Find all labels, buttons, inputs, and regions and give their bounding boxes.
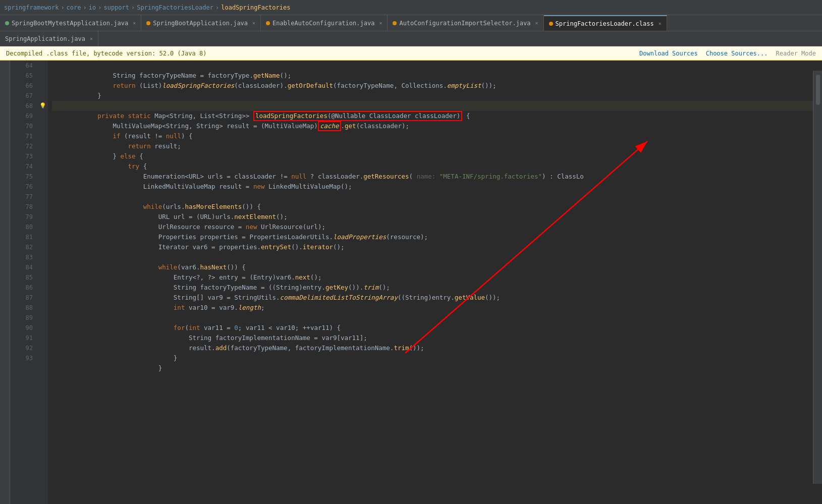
bulb-icon[interactable]: 💡 (38, 101, 48, 111)
tab-spring-application[interactable]: SpringApplication.java ✕ (0, 31, 98, 46)
code-line-69: MultiValueMap<String, String> result = (… (52, 111, 818, 121)
minimap (813, 71, 822, 484)
info-bar: Decompiled .class file, bytecode version… (0, 46, 822, 61)
breadcrumb-bar: springframework › core › io › support › … (0, 0, 822, 15)
code-line-85: String factoryTypeName = ((String)entry.… (52, 272, 818, 283)
breadcrumb-method[interactable]: loadSpringFactories (221, 4, 290, 11)
tabs-bar2: SpringApplication.java ✕ (0, 31, 822, 46)
code-line-93: } (52, 353, 818, 363)
code-line-75: LinkedMultiValueMap result = new LinkedM… (52, 172, 818, 182)
tab-dot (549, 22, 553, 26)
code-line-90: String factoryImplementationName = var9[… (52, 323, 818, 333)
tab-springboot-app[interactable]: SpringBootApplication.java ✕ (141, 15, 261, 31)
tab-close[interactable]: ✕ (252, 20, 255, 26)
code-line-88 (52, 303, 818, 313)
tab-close[interactable]: ✕ (379, 20, 382, 26)
code-line-65: return (List)loadSpringFactories(classLo… (52, 71, 818, 81)
code-line-67 (52, 91, 818, 101)
main-area: 64 65 66 67 68 69 70 71 72 73 74 75 76 7… (0, 61, 822, 504)
code-line-70: if (result != null) { (52, 121, 818, 131)
tab-close[interactable]: ✕ (659, 21, 662, 26)
breadcrumb-springframework[interactable]: springframework (4, 4, 59, 11)
editor-wrapper: 64 65 66 67 68 69 70 71 72 73 74 75 76 7… (0, 61, 822, 504)
tab-spring-factories[interactable]: SpringFactoriesLoader.class ✕ (544, 15, 667, 31)
breadcrumb-support[interactable]: support (103, 4, 129, 11)
code-line-78: URL url = (URL)urls.nextElement(); (52, 202, 818, 212)
gutter-area: 💡 (38, 61, 48, 504)
tab-autoimport-selector[interactable]: AutoConfigurationImportSelector.java ✕ (388, 15, 543, 31)
code-line-71: return result; (52, 131, 818, 141)
code-line-77: while(urls.hasMoreElements()) { (52, 192, 818, 202)
reader-mode-text: Reader Mode (776, 50, 816, 57)
tab-close[interactable]: ✕ (133, 20, 136, 26)
tabs-bar: SpringBootMytestApplication.java ✕ Sprin… (0, 15, 822, 31)
code-line-81: Iterator var6 = properties.entrySet().it… (52, 232, 818, 242)
code-line-80: Properties properties = PropertiesLoader… (52, 222, 818, 232)
code-line-83: while(var6.hasNext()) { (52, 252, 818, 262)
tab-dot (5, 21, 9, 25)
info-links: Download Sources Choose Sources... Reade… (639, 50, 816, 57)
tab-dot (266, 21, 270, 25)
tab-enable-autoconfig[interactable]: EnableAutoConfiguration.java ✕ (261, 15, 388, 31)
breadcrumb-core[interactable]: core (67, 4, 81, 11)
code-line-76 (52, 182, 818, 192)
code-line-87: int var10 = var9.length; (52, 293, 818, 303)
code-line-79: UrlResource resource = new UrlResource(u… (52, 212, 818, 222)
download-sources-link[interactable]: Download Sources (639, 50, 698, 57)
code-editor[interactable]: String factoryTypeName = factoryType.get… (48, 61, 822, 504)
tab-dot (146, 21, 150, 25)
code-line-73: try { (52, 151, 818, 161)
tab-dot (393, 21, 397, 25)
code-line-91: result.add(factoryTypeName, factoryImple… (52, 333, 818, 343)
tab-close[interactable]: ✕ (90, 36, 93, 41)
code-line-89: for(int var11 = 0; var11 < var10; ++var1… (52, 313, 818, 323)
code-line-86: String[] var9 = StringUtils.commaDelimit… (52, 283, 818, 293)
code-line-72: } else { (52, 141, 818, 151)
code-line-74: Enumeration<URL> urls = classLoader != n… (52, 161, 818, 172)
code-line-66: } (52, 81, 818, 91)
choose-sources-link[interactable]: Choose Sources... (706, 50, 768, 57)
code-line-64: String factoryTypeName = factoryType.get… (52, 61, 818, 71)
code-line-82 (52, 242, 818, 252)
decompiled-info: Decompiled .class file, bytecode version… (6, 50, 206, 57)
breadcrumb-io[interactable]: io (89, 4, 96, 11)
scroll-thumb[interactable] (816, 75, 820, 105)
breadcrumb-springfactoriesloader[interactable]: SpringFactoriesLoader (137, 4, 213, 11)
tab-close[interactable]: ✕ (535, 20, 538, 26)
code-line-68: private static Map<String, List<String>>… (52, 101, 818, 111)
code-line-92: } (52, 343, 818, 353)
left-gutter (0, 61, 10, 504)
code-line-84: Entry<?, ?> entry = (Entry)var6.next(); (52, 262, 818, 272)
tab-springboot-mytest[interactable]: SpringBootMytestApplication.java ✕ (0, 15, 141, 31)
line-numbers: 64 65 66 67 68 69 70 71 72 73 74 75 76 7… (10, 61, 38, 504)
